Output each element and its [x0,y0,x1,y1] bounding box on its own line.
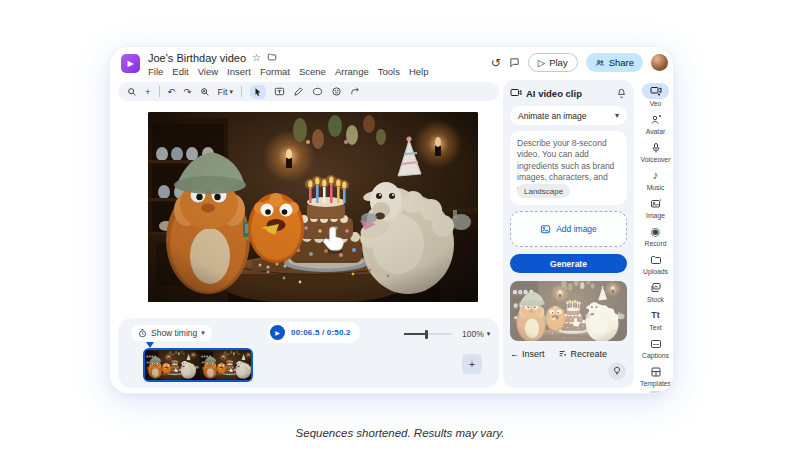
sidebar-item-avatar[interactable]: Avatar [638,109,673,137]
menu-insert[interactable]: Insert [227,66,251,77]
help-circle[interactable] [649,391,662,393]
timer-icon [138,329,147,338]
generate-label: Generate [550,259,587,269]
menu-tools[interactable]: Tools [378,66,400,77]
select-tool-icon[interactable] [250,85,266,99]
share-button[interactable]: Share [586,53,643,72]
generate-button[interactable]: Generate [510,254,627,273]
zoom-level-value: 100% [462,329,484,339]
vids-app-logo[interactable]: ▶ [121,54,140,73]
pen-tool-icon[interactable] [293,86,304,97]
plus-glyph: + [469,358,475,370]
filmstrip-frame [200,350,253,380]
disclaimer-caption: Sequences shortened. Results may vary. [0,427,800,439]
birthday-scene-frame [148,112,478,302]
zoom-slider-handle[interactable] [425,330,428,339]
lightbulb-icon [612,366,622,376]
show-timing-dropdown[interactable]: Show timing ▾ [131,325,212,341]
menu-edit[interactable]: Edit [172,66,188,77]
folder-icon [650,252,662,267]
fit-label: Fit [218,87,228,97]
zoom-slider[interactable] [404,333,452,335]
text-box-icon[interactable] [274,86,285,97]
generated-clip-thumbnail[interactable] [510,281,627,341]
add-image-label: Add image [556,224,597,234]
menu-bar: File Edit View Insert Format Scene Arran… [148,66,428,77]
chevron-down-icon: ▾ [201,329,205,337]
sidebar-item-voiceover[interactable]: Voiceover [638,137,673,165]
sidebar-item-label: Image [646,212,665,219]
play-outline-icon: ▷ [538,57,545,68]
sidebar-item-text[interactable]: Tt Text [638,305,673,333]
sidebar-item-label: Voiceover [641,156,671,163]
shapes-tool-icon[interactable] [312,86,323,97]
page: ▶ Joe's Birthday video ☆ File Edit View … [0,0,800,450]
avatar-icon [650,112,662,127]
document-title[interactable]: Joe's Birthday video [148,52,246,64]
redo-icon[interactable]: ↷ [184,87,192,97]
play-button[interactable]: ▷ Play [528,53,578,72]
recreate-label: Recreate [571,349,608,359]
zoom-slider-fill [404,333,426,335]
menu-arrange[interactable]: Arrange [335,66,369,77]
sidebar-item-label: Text [649,324,661,331]
zoom-level-dropdown[interactable]: 100% ▾ [462,329,490,339]
sidebar-item-label: Captions [642,352,669,359]
add-image-button[interactable]: Add image [510,211,627,247]
chevron-down-icon: ▾ [487,330,491,338]
recreate-button[interactable]: Recreate [558,349,608,359]
user-avatar[interactable] [651,54,668,71]
sidebar-item-music[interactable]: ♪ Music [638,165,673,193]
thumbnail-frame [510,281,627,341]
share-button-label: Share [609,57,634,68]
menu-file[interactable]: File [148,66,163,77]
insert-button[interactable]: ← Insert [510,349,545,359]
menu-format[interactable]: Format [260,66,290,77]
app-window: ▶ Joe's Birthday video ☆ File Edit View … [110,47,673,393]
insert-link-icon[interactable] [350,86,361,97]
prompt-input[interactable]: Describe your 8-second video. You can ad… [510,131,627,205]
sidebar-item-record[interactable]: ◉ Record [638,221,673,249]
zoom-tool-icon[interactable] [200,87,210,97]
sidebar-item-stock[interactable]: Stock [638,277,673,305]
search-icon[interactable] [127,87,137,97]
sidebar-item-templates[interactable]: Templates [638,361,673,389]
bell-icon[interactable] [616,88,627,99]
move-folder-icon[interactable] [267,52,277,64]
comments-icon[interactable] [509,57,520,68]
idea-button[interactable] [608,362,626,380]
menu-scene[interactable]: Scene [299,66,326,77]
add-scene-button[interactable]: + [462,354,482,374]
menu-help[interactable]: Help [409,66,429,77]
reaction-tool-icon[interactable] [331,86,342,97]
mode-selector-dropdown[interactable]: Animate an image ▾ [510,106,627,125]
sidebar-item-captions[interactable]: Captions [638,333,673,361]
filmstrip-frame [145,350,200,380]
sidebar-item-veo[interactable]: Veo [638,80,673,109]
transport-control: ▶ 00:06.5 / 0:50.2 [267,322,360,343]
scene-filmstrip[interactable] [143,348,253,382]
sidebar-item-image[interactable]: Image [638,193,673,221]
sidebar-item-label: Veo [650,100,662,107]
menu-view[interactable]: View [198,66,218,77]
aspect-ratio-chip[interactable]: Landscape [517,184,570,198]
sidebar-item-uploads[interactable]: Uploads [638,249,673,277]
video-preview[interactable] [148,112,478,302]
sidebar-item-label: Stock [647,296,664,303]
image-icon [540,224,551,235]
fit-zoom-dropdown[interactable]: Fit ▾ [218,87,234,97]
panel-title: AI video clip [526,88,582,99]
version-history-icon[interactable]: ↺ [491,57,501,69]
timecode: 00:06.5 / 0:50.2 [291,328,351,337]
editing-canvas[interactable] [118,103,499,316]
image-icon [650,196,662,211]
undo-icon[interactable]: ↶ [168,87,176,97]
veo-icon [642,83,669,99]
add-icon[interactable]: + [145,87,151,97]
timeline-play-button[interactable]: ▶ [270,325,285,340]
toolbar-divider [159,86,160,97]
timeline-panel: Show timing ▾ ▶ 00:06.5 / 0:50.2 100% ▾ … [118,318,499,388]
record-icon: ◉ [651,224,661,239]
text-icon: Tt [651,308,660,323]
star-icon[interactable]: ☆ [252,53,261,63]
